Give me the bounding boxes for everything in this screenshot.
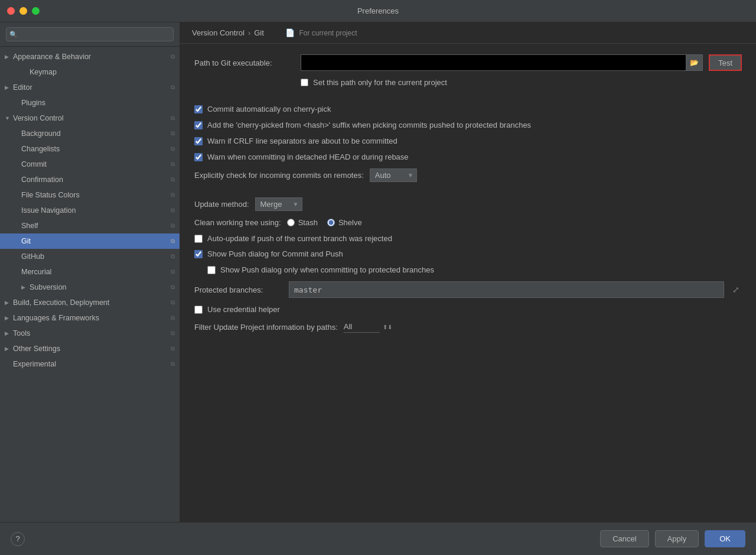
protected-branches-label: Protected branches: — [194, 285, 283, 294]
filter-select[interactable]: All None Custom — [344, 321, 380, 333]
current-project-row: Set this path only for the current proje… — [194, 78, 742, 87]
cherry-pick-checkbox[interactable] — [194, 105, 203, 113]
sidebar-item-plugins[interactable]: Plugins — [0, 95, 180, 111]
shelve-radio[interactable] — [327, 219, 335, 226]
copy-icon: ⧉ — [171, 176, 175, 183]
copy-icon: ⧉ — [171, 84, 175, 91]
cherry-pick-row: Commit automatically on cherry-pick — [194, 105, 742, 115]
expand-icon: ▶ — [5, 330, 13, 336]
detached-head-label[interactable]: Warn when committing in detached HEAD or… — [207, 152, 409, 163]
credential-helper-label[interactable]: Use credential helper — [207, 305, 280, 315]
expand-icon: ▶ — [21, 284, 30, 290]
shelve-label: Shelve — [338, 218, 362, 227]
show-push-protected-row: Show Push dialog only when committing to… — [194, 265, 742, 275]
update-method-label: Update method: — [194, 200, 249, 209]
cherry-pick-label[interactable]: Commit automatically on cherry-pick — [207, 105, 331, 115]
sidebar-item-confirmation[interactable]: Confirmation ⧉ — [0, 172, 180, 187]
sidebar-item-file-status-colors[interactable]: File Status Colors ⧉ — [0, 187, 180, 203]
dialog: 🔍 ▶ Appearance & Behavior ⧉ Keymap — [0, 22, 756, 555]
sidebar-item-experimental[interactable]: Experimental ⧉ — [0, 356, 180, 372]
stash-radio[interactable] — [287, 219, 295, 226]
copy-icon: ⧉ — [171, 145, 175, 152]
sidebar-item-label: Tools — [13, 329, 30, 337]
crlf-warn-checkbox[interactable] — [194, 137, 203, 145]
cherry-pick-suffix-label[interactable]: Add the 'cherry-picked from <hash>' suff… — [207, 121, 531, 131]
close-button[interactable] — [7, 7, 15, 15]
maximize-button[interactable] — [32, 7, 40, 15]
minimize-button[interactable] — [19, 7, 27, 15]
breadcrumb-project: 📄 For current project — [285, 28, 357, 37]
copy-icon: ⧉ — [171, 207, 175, 214]
sidebar-item-appearance[interactable]: ▶ Appearance & Behavior ⧉ — [0, 49, 180, 64]
sidebar-item-changelists[interactable]: Changelists ⧉ — [0, 141, 180, 157]
breadcrumb-separator: › — [248, 28, 250, 37]
incoming-commits-row: Explicitly check for incoming commits on… — [194, 168, 742, 182]
sidebar-item-editor[interactable]: ▶ Editor ⧉ — [0, 80, 180, 95]
copy-icon: ⧉ — [171, 192, 175, 199]
dialog-body: 🔍 ▶ Appearance & Behavior ⧉ Keymap — [0, 22, 756, 522]
detached-head-checkbox[interactable] — [194, 153, 203, 161]
help-button[interactable]: ? — [11, 532, 25, 546]
incoming-commits-select[interactable]: Auto Always Never — [370, 168, 417, 182]
sidebar-item-version-control[interactable]: ▼ Version Control ⧉ — [0, 111, 180, 126]
show-push-protected-label[interactable]: Show Push dialog only when committing to… — [220, 265, 434, 275]
expand-icon: ▶ — [5, 85, 13, 90]
stash-option[interactable]: Stash — [287, 218, 318, 227]
search-input[interactable] — [6, 27, 174, 41]
sidebar-item-commit[interactable]: Commit ⧉ — [0, 157, 180, 172]
current-project-label[interactable]: Set this path only for the current proje… — [313, 78, 447, 87]
sidebar-item-label: Commit — [21, 160, 47, 168]
sidebar-item-build[interactable]: ▶ Build, Execution, Deployment ⧉ — [0, 295, 180, 310]
shelve-option[interactable]: Shelve — [327, 218, 362, 227]
breadcrumb-root: Version Control — [192, 28, 245, 37]
sidebar-item-label: File Status Colors — [21, 191, 80, 199]
auto-update-checkbox[interactable] — [194, 235, 203, 243]
apply-button[interactable]: Apply — [655, 530, 699, 547]
cherry-pick-suffix-row: Add the 'cherry-picked from <hash>' suff… — [194, 121, 742, 131]
ok-button[interactable]: OK — [705, 530, 745, 547]
incoming-commits-label: Explicitly check for incoming commits on… — [194, 171, 364, 180]
sidebar-item-label: Plugins — [21, 99, 45, 107]
update-method-select[interactable]: Merge Rebase — [255, 197, 302, 211]
sidebar-item-issue-navigation[interactable]: Issue Navigation ⧉ — [0, 203, 180, 218]
cherry-pick-suffix-checkbox[interactable] — [194, 121, 203, 129]
sidebar-item-shelf[interactable]: Shelf ⧉ — [0, 218, 180, 233]
auto-update-label[interactable]: Auto-update if push of the current branc… — [207, 234, 392, 244]
test-button[interactable]: Test — [709, 54, 742, 71]
sidebar-item-label: Mercurial — [21, 268, 51, 276]
protected-branches-expand-button[interactable]: ⤢ — [730, 284, 742, 296]
sidebar-item-git[interactable]: Git ⧉ — [0, 233, 180, 249]
sidebar-item-label: Build, Execution, Deployment — [13, 298, 109, 307]
sidebar-item-label: Changelists — [21, 145, 60, 153]
search-icon: 🔍 — [9, 31, 18, 38]
filter-label: Filter Update Project information by pat… — [194, 323, 338, 332]
copy-icon: ⧉ — [171, 222, 175, 229]
protected-branches-input[interactable] — [289, 281, 724, 298]
git-path-input[interactable] — [301, 54, 686, 71]
detached-head-row: Warn when committing in detached HEAD or… — [194, 152, 742, 163]
show-push-protected-checkbox[interactable] — [207, 266, 216, 274]
sidebar-item-subversion[interactable]: ▶ Subversion ⧉ — [0, 280, 180, 295]
sidebar-item-label: Editor — [13, 83, 32, 92]
copy-icon: ⧉ — [171, 361, 175, 368]
sidebar-item-other-settings[interactable]: ▶ Other Settings ⧉ — [0, 341, 180, 356]
sidebar-item-github[interactable]: GitHub ⧉ — [0, 249, 180, 264]
sidebar-item-keymap[interactable]: Keymap — [0, 64, 180, 80]
copy-icon: ⧉ — [171, 268, 175, 275]
update-method-row: Update method: Merge Rebase ▼ — [194, 197, 742, 211]
sidebar-item-label: Keymap — [30, 68, 57, 76]
sidebar-item-tools[interactable]: ▶ Tools ⧉ — [0, 326, 180, 341]
crlf-warn-label[interactable]: Warn if CRLF line separators are about t… — [207, 137, 397, 147]
cancel-button[interactable]: Cancel — [600, 530, 649, 547]
show-push-checkbox[interactable] — [194, 250, 203, 258]
sidebar-item-background[interactable]: Background ⧉ — [0, 126, 180, 141]
credential-helper-checkbox[interactable] — [194, 306, 203, 314]
sidebar-item-mercurial[interactable]: Mercurial ⧉ — [0, 264, 180, 280]
sidebar-item-languages[interactable]: ▶ Languages & Frameworks ⧉ — [0, 310, 180, 326]
copy-icon: ⧉ — [171, 284, 175, 291]
browse-button[interactable]: 📂 — [686, 54, 703, 71]
current-project-checkbox[interactable] — [301, 79, 308, 86]
show-push-label[interactable]: Show Push dialog for Commit and Push — [207, 249, 343, 259]
auto-update-row: Auto-update if push of the current branc… — [194, 234, 742, 244]
sidebar-item-label: Background — [21, 129, 61, 138]
